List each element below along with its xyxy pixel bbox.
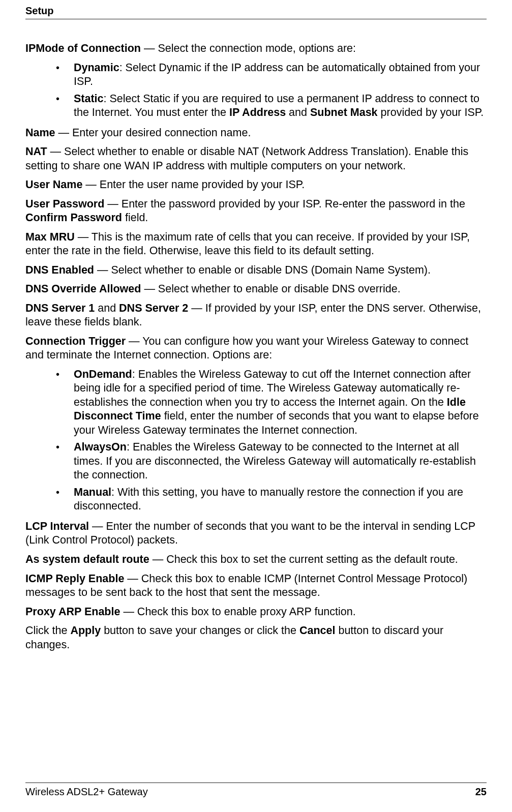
para-icmp-reply: ICMP Reply Enable — Check this box to en…	[25, 572, 487, 600]
footer-page-number: 25	[475, 786, 487, 798]
footer-product: Wireless ADSL2+ Gateway	[25, 786, 148, 798]
text-maxmru: — This is the maximum rate of cells that…	[25, 231, 470, 257]
header-title: Setup	[25, 5, 54, 16]
text-lcp-interval: — Enter the number of seconds that you w…	[25, 520, 475, 547]
text-username: — Enter the user name provided by your I…	[82, 178, 305, 191]
para-maxmru: Max MRU — This is the maximum rate of ce…	[25, 230, 487, 258]
term-manual: Manual	[74, 486, 111, 498]
page-header: Setup	[25, 5, 487, 19]
para-nat: NAT — Select whether to enable or disabl…	[25, 145, 487, 173]
list-item: OnDemand: Enables the Wireless Gateway t…	[25, 368, 487, 438]
term-connection-trigger: Connection Trigger	[25, 335, 126, 347]
text-proxy-arp: — Check this box to enable proxy ARP fun…	[120, 606, 355, 618]
text-apply-2: button to save your changes or click the	[101, 624, 299, 637]
text-dns-override: — Select whether to enable or disable DN…	[141, 283, 400, 295]
list-trigger-options: OnDemand: Enables the Wireless Gateway t…	[25, 368, 487, 514]
term-maxmru: Max MRU	[25, 231, 75, 243]
text-dns-enabled: — Select whether to enable or disable DN…	[94, 264, 431, 276]
list-connection-modes: Dynamic: Select Dynamic if the IP addres…	[25, 61, 487, 120]
term-lcp-interval: LCP Interval	[25, 520, 89, 532]
text-static-2: provided by your ISP.	[378, 106, 484, 118]
term-name: Name	[25, 127, 55, 139]
text-alwayson: : Enables the Wireless Gateway to be con…	[74, 441, 476, 481]
para-username: User Name — Enter the user name provided…	[25, 178, 487, 192]
list-item: AlwaysOn: Enables the Wireless Gateway t…	[25, 440, 487, 483]
list-item: Dynamic: Select Dynamic if the IP addres…	[25, 61, 487, 89]
text-userpassword-1: — Enter the password provided by your IS…	[104, 198, 465, 210]
term-subnet-mask: Subnet Mask	[310, 106, 378, 118]
para-proxy-arp: Proxy ARP Enable — Check this box to ena…	[25, 605, 487, 619]
term-dns-override: DNS Override Allowed	[25, 283, 141, 295]
term-userpassword: User Password	[25, 198, 104, 210]
term-icmp-reply: ICMP Reply Enable	[25, 573, 124, 585]
para-dns-servers: DNS Server 1 and DNS Server 2 — If provi…	[25, 302, 487, 329]
term-dns-server-1: DNS Server 1	[25, 302, 95, 314]
term-alwayson: AlwaysOn	[74, 441, 127, 453]
para-apply-cancel: Click the Apply button to save your chan…	[25, 624, 487, 652]
term-cancel: Cancel	[299, 624, 336, 637]
term-static: Static	[74, 93, 104, 105]
text-manual: : With this setting, you have to manuall…	[74, 486, 463, 513]
text-ipmode: — Select the connection mode, options ar…	[141, 42, 356, 54]
content-area: IPMode of Connection — Select the connec…	[25, 42, 487, 652]
text-nat: — Select whether to enable or disable NA…	[25, 145, 468, 172]
text-static-mid: and	[286, 106, 310, 118]
text-default-route: — Check this box to set the current sett…	[149, 553, 458, 565]
list-item: Static: Select Static if you are require…	[25, 92, 487, 120]
list-item: Manual: With this setting, you have to m…	[25, 486, 487, 514]
term-username: User Name	[25, 178, 82, 191]
para-dns-enabled: DNS Enabled — Select whether to enable o…	[25, 263, 487, 278]
para-dns-override: DNS Override Allowed — Select whether to…	[25, 282, 487, 296]
page-footer: Wireless ADSL2+ Gateway 25	[25, 783, 487, 798]
term-ipmode: IPMode of Connection	[25, 42, 141, 54]
text-dynamic: : Select Dynamic if the IP address can b…	[74, 62, 480, 88]
text-ondemand-1: : Enables the Wireless Gateway to cut of…	[74, 368, 471, 408]
term-dns-server-2: DNS Server 2	[119, 302, 188, 314]
term-ondemand: OnDemand	[74, 368, 132, 380]
text-apply-1: Click the	[25, 624, 70, 637]
text-dns-mid: and	[95, 302, 119, 314]
term-dns-enabled: DNS Enabled	[25, 264, 94, 276]
term-ip-address: IP Address	[229, 106, 286, 118]
para-name: Name — Enter your desired connection nam…	[25, 126, 487, 140]
para-connection-trigger: Connection Trigger — You can configure h…	[25, 335, 487, 363]
term-confirm-password: Confirm Password	[25, 212, 122, 224]
para-lcp-interval: LCP Interval — Enter the number of secon…	[25, 520, 487, 548]
para-userpassword: User Password — Enter the password provi…	[25, 197, 487, 225]
text-userpassword-2: field.	[122, 212, 148, 224]
term-proxy-arp: Proxy ARP Enable	[25, 606, 120, 618]
term-apply: Apply	[70, 624, 101, 637]
text-name: — Enter your desired connection name.	[55, 127, 251, 139]
term-default-route: As system default route	[25, 553, 149, 565]
para-default-route: As system default route — Check this box…	[25, 553, 487, 567]
para-ipmode: IPMode of Connection — Select the connec…	[25, 42, 487, 56]
term-dynamic: Dynamic	[74, 62, 119, 74]
term-nat: NAT	[25, 145, 47, 158]
